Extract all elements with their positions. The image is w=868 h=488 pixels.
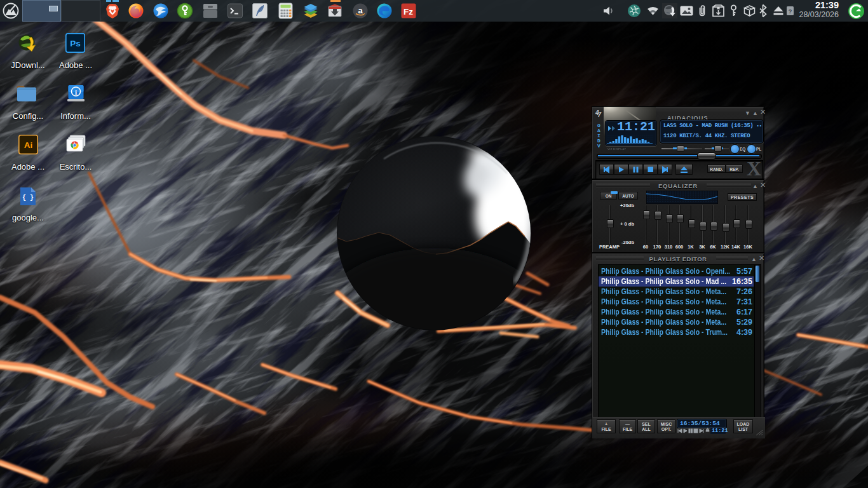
svg-text:{ }: { } bbox=[22, 194, 34, 201]
svg-text:a: a bbox=[358, 6, 363, 15]
svg-text:Ai: Ai bbox=[24, 140, 33, 150]
svg-text:i: i bbox=[75, 88, 77, 96]
svg-text:Fz: Fz bbox=[403, 7, 413, 17]
svg-text:Ps: Ps bbox=[70, 39, 81, 48]
svg-text:?: ? bbox=[789, 8, 792, 15]
